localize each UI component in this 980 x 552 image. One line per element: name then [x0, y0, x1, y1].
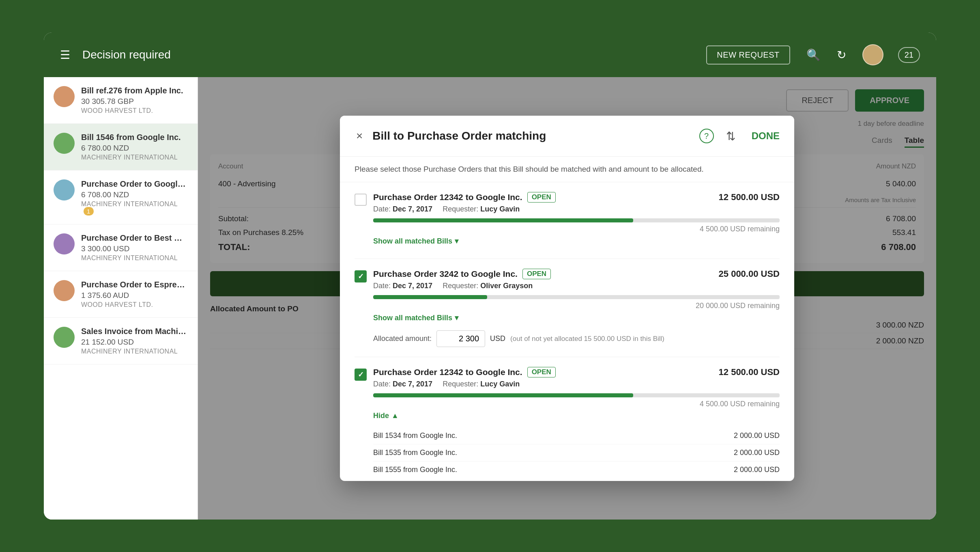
item-amount: 30 305.78 GBP: [81, 97, 188, 106]
po-name: Purchase Order 12342 to Google Inc.: [373, 192, 522, 202]
bills-list: Bill 1534 from Google Inc. 2 000.00 USD …: [355, 427, 780, 478]
progress-fill: [373, 218, 633, 222]
app-container: ☰ Decision required NEW REQUEST 🔍 ↻ 21 B…: [44, 32, 936, 520]
po-amount: 12 500.00 USD: [719, 192, 780, 203]
modal-instruction: Please select those Purchase Orders that…: [340, 157, 794, 182]
bill-name: Bill 1534 from Google Inc.: [373, 431, 457, 440]
progress-fill: [373, 393, 633, 397]
po-row-header: Purchase Order 3242 to Google Inc. OPEN …: [355, 269, 780, 310]
item-amount: 6 780.00 NZD: [81, 144, 188, 153]
po-info: Purchase Order 12342 to Google Inc. OPEN…: [373, 192, 780, 233]
progress-bar: [373, 218, 780, 222]
item-title: Sales Invoice from Machinery: [81, 327, 188, 336]
bill-amount: 2 000.00 USD: [734, 431, 780, 440]
allocated-amount-input[interactable]: [436, 330, 485, 347]
remaining-text: 4 500.00 USD remaining: [373, 400, 780, 408]
po-checkbox-1[interactable]: [355, 194, 367, 206]
menu-icon[interactable]: ☰: [60, 48, 70, 62]
modal-body: Purchase Order 12342 to Google Inc. OPEN…: [340, 182, 794, 481]
item-company: MACHINERY INTERNATIONAL: [81, 154, 188, 161]
modal-header: × Bill to Purchase Order matching ? ⇅ DO…: [340, 116, 794, 157]
main-content: Bill ref.276 from Apple Inc. 30 305.78 G…: [44, 77, 936, 520]
po-amount: 25 000.00 USD: [719, 269, 780, 279]
bill-name: Bill 1555 from Google Inc.: [373, 466, 457, 474]
currency-label: USD: [490, 334, 505, 343]
po-name: Purchase Order 12342 to Google Inc.: [373, 367, 522, 377]
list-info: Purchase Order to Google Inc. 6 708.00 N…: [81, 179, 188, 215]
po-row-header: Purchase Order 12342 to Google Inc. OPEN…: [355, 367, 780, 408]
badge: 1: [84, 207, 94, 216]
po-status: OPEN: [522, 269, 551, 279]
list-item[interactable]: Bill ref.276 from Apple Inc. 30 305.78 G…: [44, 77, 198, 124]
show-bills-button-1[interactable]: Show all matched Bills ▾: [373, 233, 458, 249]
avatar: [54, 133, 75, 154]
po-info: Purchase Order 12342 to Google Inc. OPEN…: [373, 367, 780, 408]
hide-bills-button-3[interactable]: Hide ▲: [373, 408, 399, 423]
help-icon[interactable]: ?: [699, 129, 714, 143]
list-item[interactable]: Purchase Order to Espresso 3 1 375.60 AU…: [44, 271, 198, 318]
item-company: WOOD HARVEST LTD.: [81, 107, 188, 114]
po-info: Purchase Order 3242 to Google Inc. OPEN …: [373, 269, 780, 310]
po-title-row: Purchase Order 12342 to Google Inc. OPEN…: [373, 367, 780, 377]
allocated-label: Allocated amount:: [373, 334, 432, 343]
sort-icon[interactable]: ⇅: [726, 129, 735, 143]
list-item[interactable]: Sales Invoice from Machinery 21 152.00 U…: [44, 318, 198, 364]
po-name: Purchase Order 3242 to Google Inc.: [373, 269, 518, 279]
refresh-icon[interactable]: ↻: [837, 48, 846, 62]
item-amount: 6 708.00 NZD: [81, 190, 188, 199]
po-checkbox-3[interactable]: [355, 369, 367, 381]
po-title-row: Purchase Order 3242 to Google Inc. OPEN …: [373, 269, 780, 279]
item-title: Purchase Order to Best Buy: [81, 233, 188, 243]
item-amount: 3 300.00 USD: [81, 244, 188, 253]
bill-row: Bill 1555 from Google Inc. 2 000.00 USD: [373, 461, 780, 478]
po-amount: 12 500.00 USD: [719, 367, 780, 377]
right-panel: REJECT APPROVE 1 day before deadline Car…: [198, 77, 936, 520]
list-info: Purchase Order to Best Buy 3 300.00 USD …: [81, 233, 188, 262]
top-bar: ☰ Decision required NEW REQUEST 🔍 ↻ 21: [44, 32, 936, 77]
avatar: [54, 280, 75, 301]
notification-badge[interactable]: 21: [898, 47, 920, 63]
modal-close-button[interactable]: ×: [355, 128, 364, 144]
po-row: Purchase Order 3242 to Google Inc. OPEN …: [355, 259, 780, 357]
bill-row: Bill 1534 from Google Inc. 2 000.00 USD: [373, 427, 780, 444]
po-meta: Date: Dec 7, 2017 Requester: Lucy Gavin: [373, 205, 780, 213]
list-info: Sales Invoice from Machinery 21 152.00 U…: [81, 327, 188, 355]
avatar: [54, 233, 75, 254]
item-title: Bill 1546 from Google Inc.: [81, 133, 188, 142]
bill-amount: 2 000.00 USD: [734, 466, 780, 474]
list-info: Bill ref.276 from Apple Inc. 30 305.78 G…: [81, 86, 188, 114]
list-item[interactable]: Purchase Order to Best Buy 3 300.00 USD …: [44, 224, 198, 271]
avatar: [54, 86, 75, 107]
list-item[interactable]: Purchase Order to Google Inc. 6 708.00 N…: [44, 170, 198, 224]
progress-bar: [373, 295, 780, 299]
item-title: Purchase Order to Google Inc.: [81, 179, 188, 189]
po-status: OPEN: [527, 192, 556, 203]
modal-done-button[interactable]: DONE: [752, 130, 780, 142]
bill-amount: 2 000.00 USD: [734, 448, 780, 457]
item-title: Bill ref.276 from Apple Inc.: [81, 86, 188, 95]
avatar: [54, 327, 75, 348]
po-title-row: Purchase Order 12342 to Google Inc. OPEN…: [373, 192, 780, 203]
list-info: Purchase Order to Espresso 3 1 375.60 AU…: [81, 280, 188, 308]
po-row: Purchase Order 12342 to Google Inc. OPEN…: [355, 357, 780, 481]
new-request-button[interactable]: NEW REQUEST: [706, 45, 790, 65]
list-info: Bill 1546 from Google Inc. 6 780.00 NZD …: [81, 133, 188, 161]
po-checkbox-2[interactable]: [355, 270, 367, 282]
po-row: Purchase Order 12342 to Google Inc. OPEN…: [355, 182, 780, 259]
po-meta: Date: Dec 7, 2017 Requester: Oliver Gray…: [373, 282, 780, 290]
list-item[interactable]: Bill 1546 from Google Inc. 6 780.00 NZD …: [44, 124, 198, 170]
item-amount: 1 375.60 AUD: [81, 291, 188, 300]
progress-bar: [373, 393, 780, 397]
sidebar-list: Bill ref.276 from Apple Inc. 30 305.78 G…: [44, 77, 198, 520]
user-avatar[interactable]: [862, 44, 883, 65]
progress-fill: [373, 295, 487, 299]
avatar: [54, 179, 75, 201]
item-company: MACHINERY INTERNATIONAL 1: [81, 201, 188, 215]
modal: × Bill to Purchase Order matching ? ⇅ DO…: [340, 116, 794, 481]
remaining-text: 20 000.00 USD remaining: [373, 302, 780, 310]
modal-overlay: × Bill to Purchase Order matching ? ⇅ DO…: [198, 77, 936, 520]
search-icon[interactable]: 🔍: [806, 48, 821, 62]
show-bills-button-2[interactable]: Show all matched Bills ▾: [373, 310, 458, 326]
remaining-text: 4 500.00 USD remaining: [373, 225, 780, 233]
po-status: OPEN: [527, 367, 556, 377]
